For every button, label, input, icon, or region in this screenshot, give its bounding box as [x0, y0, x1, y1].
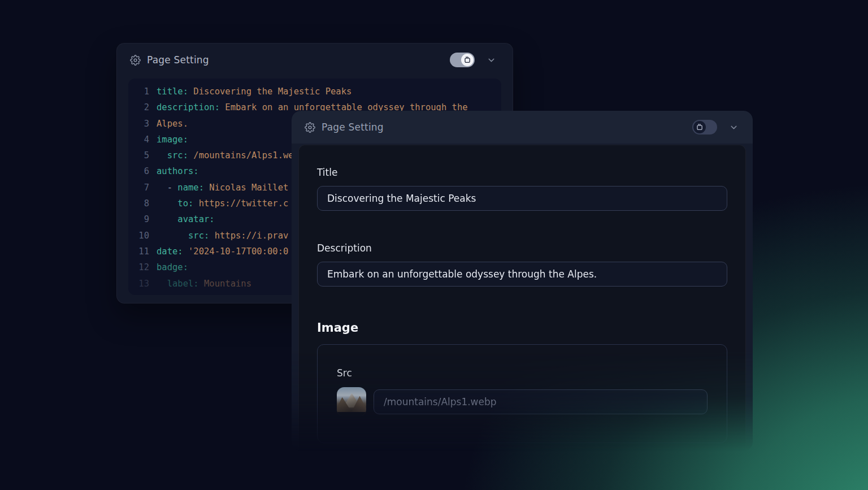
gear-icon — [304, 122, 315, 133]
code-mode-icon — [696, 123, 704, 131]
title-input[interactable] — [317, 186, 727, 211]
form-panel-header: Page Setting — [292, 111, 753, 144]
form-card: Title Description Image Src — [298, 145, 746, 490]
title-field-label: Title — [317, 167, 727, 179]
panel-title: Page Setting — [147, 54, 209, 66]
description-field-label: Description — [317, 242, 727, 254]
image-section-heading: Image — [317, 320, 727, 335]
description-input[interactable] — [317, 262, 727, 287]
panel-title: Page Setting — [322, 122, 384, 133]
image-group-box: Src — [317, 344, 727, 443]
code-line: 1title: Discovering the Majestic Peaks — [128, 84, 494, 99]
code-view-toggle[interactable] — [692, 120, 717, 135]
image-src-input[interactable] — [374, 389, 708, 414]
image-thumbnail[interactable] — [337, 387, 366, 417]
chevron-down-icon[interactable] — [728, 122, 739, 133]
code-view-toggle[interactable] — [450, 53, 475, 67]
code-mode-icon — [463, 56, 471, 64]
src-field-label: Src — [337, 367, 708, 379]
page-setting-form-panel: Page Setting Title Description Image Src — [292, 111, 753, 451]
code-panel-header: Page Setting — [117, 44, 513, 76]
gear-icon — [129, 54, 141, 66]
chevron-down-icon[interactable] — [485, 54, 497, 66]
